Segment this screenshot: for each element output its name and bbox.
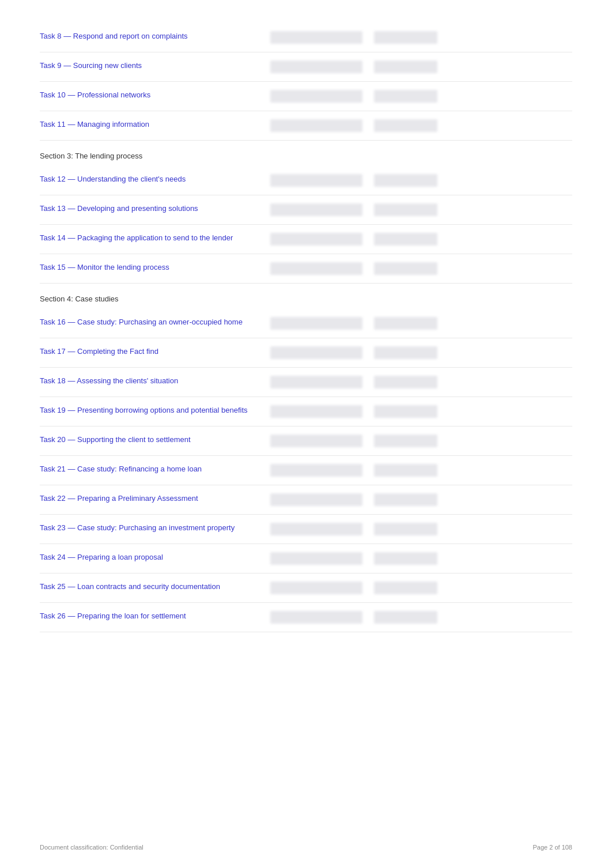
blurred-status-block [374, 90, 437, 103]
blurred-status-block [374, 61, 437, 73]
task-row: Task 8 — Respond and report on complaint… [40, 23, 572, 52]
blurred-status-block [374, 174, 437, 187]
task-label[interactable]: Task 8 — Respond and report on complaint… [40, 31, 259, 41]
blurred-status-block [374, 119, 437, 132]
task-row: Task 23 — Case study: Purchasing an inve… [40, 515, 572, 544]
blurred-progress-block [270, 174, 362, 187]
blurred-status-block [374, 376, 437, 388]
blurred-progress-block [270, 317, 362, 330]
blurred-progress-block [270, 203, 362, 216]
blurred-progress-block [270, 31, 362, 44]
blurred-progress-block [270, 405, 362, 418]
task-row: Task 24 — Preparing a loan proposal [40, 544, 572, 573]
blurred-status-block [374, 582, 437, 594]
task-label[interactable]: Task 25 — Loan contracts and security do… [40, 582, 259, 592]
task-label[interactable]: Task 9 — Sourcing new clients [40, 61, 259, 71]
task-row: Task 16 — Case study: Purchasing an owne… [40, 309, 572, 338]
blurred-status-block [374, 464, 437, 477]
blurred-progress-block [270, 119, 362, 132]
blurred-progress-block [270, 61, 362, 73]
blurred-progress-block [270, 346, 362, 359]
task-row: Task 26 — Preparing the loan for settlem… [40, 603, 572, 632]
blurred-status-block [374, 552, 437, 565]
blurred-status-block [374, 346, 437, 359]
task-label[interactable]: Task 17 — Completing the Fact find [40, 346, 259, 357]
blurred-status-block [374, 262, 437, 275]
task-row: Task 20 — Supporting the client to settl… [40, 427, 572, 456]
task-label[interactable]: Task 11 — Managing information [40, 119, 259, 130]
task-row: Task 17 — Completing the Fact find [40, 338, 572, 368]
blurred-progress-block [270, 262, 362, 275]
task-row: Task 14 — Packaging the application to s… [40, 225, 572, 254]
footer-left: Document classification: Confidential [40, 844, 143, 851]
task-row: Task 19 — Presenting borrowing options a… [40, 397, 572, 427]
task-row: Task 21 — Case study: Refinancing a home… [40, 456, 572, 485]
task-label[interactable]: Task 13 — Developing and presenting solu… [40, 203, 259, 214]
blurred-status-block [374, 405, 437, 418]
task-label[interactable]: Task 24 — Preparing a loan proposal [40, 552, 259, 563]
task-label[interactable]: Task 19 — Presenting borrowing options a… [40, 405, 259, 416]
task-row: Task 12 — Understanding the client's nee… [40, 166, 572, 195]
task-label[interactable]: Task 21 — Case study: Refinancing a home… [40, 464, 259, 474]
task-label[interactable]: Task 15 — Monitor the lending process [40, 262, 259, 273]
task-row: Task 22 — Preparing a Preliminary Assess… [40, 485, 572, 515]
blurred-status-block [374, 317, 437, 330]
blurred-progress-block [270, 90, 362, 103]
blurred-status-block [374, 31, 437, 44]
task-row: Task 13 — Developing and presenting solu… [40, 195, 572, 225]
blurred-status-block [374, 435, 437, 447]
blurred-status-block [374, 493, 437, 506]
blurred-progress-block [270, 233, 362, 246]
section-label: Section 3: The lending process [40, 152, 142, 160]
task-label[interactable]: Task 20 — Supporting the client to settl… [40, 435, 259, 445]
blurred-progress-block [270, 464, 362, 477]
task-row: Task 15 — Monitor the lending process [40, 254, 572, 284]
task-label[interactable]: Task 14 — Packaging the application to s… [40, 233, 259, 243]
task-label[interactable]: Task 26 — Preparing the loan for settlem… [40, 611, 259, 621]
section-header: Section 3: The lending process [40, 141, 572, 166]
blurred-progress-block [270, 435, 362, 447]
task-row: Task 9 — Sourcing new clients [40, 52, 572, 82]
blurred-progress-block [270, 493, 362, 506]
blurred-progress-block [270, 376, 362, 388]
task-label[interactable]: Task 22 — Preparing a Preliminary Assess… [40, 493, 259, 504]
task-label[interactable]: Task 16 — Case study: Purchasing an owne… [40, 317, 259, 327]
blurred-progress-block [270, 611, 362, 624]
blurred-status-block [374, 523, 437, 535]
task-label[interactable]: Task 23 — Case study: Purchasing an inve… [40, 523, 259, 533]
page-content: Task 8 — Respond and report on complaint… [0, 0, 612, 678]
task-row: Task 11 — Managing information [40, 111, 572, 141]
section-label: Section 4: Case studies [40, 295, 119, 303]
task-label[interactable]: Task 12 — Understanding the client's nee… [40, 174, 259, 184]
footer: Document classification: Confidential Pa… [40, 844, 572, 851]
footer-right: Page 2 of 108 [532, 844, 572, 851]
task-row: Task 18 — Assessing the clients' situati… [40, 368, 572, 397]
task-row: Task 25 — Loan contracts and security do… [40, 573, 572, 603]
task-label[interactable]: Task 10 — Professional networks [40, 90, 259, 100]
section-header: Section 4: Case studies [40, 284, 572, 309]
task-list: Task 8 — Respond and report on complaint… [40, 23, 572, 632]
blurred-status-block [374, 203, 437, 216]
task-row: Task 10 — Professional networks [40, 82, 572, 111]
blurred-progress-block [270, 552, 362, 565]
blurred-status-block [374, 611, 437, 624]
task-label[interactable]: Task 18 — Assessing the clients' situati… [40, 376, 259, 386]
blurred-progress-block [270, 523, 362, 535]
blurred-progress-block [270, 582, 362, 594]
blurred-status-block [374, 233, 437, 246]
